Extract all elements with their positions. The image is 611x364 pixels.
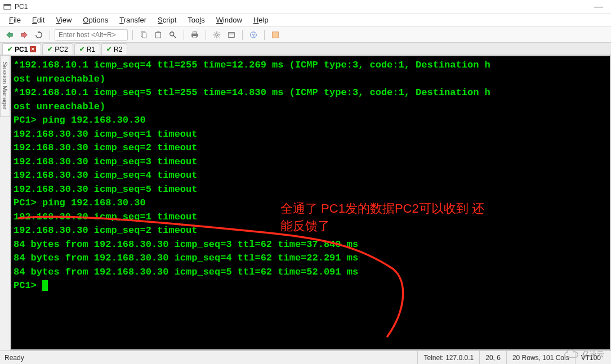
- tab-label: PC1: [15, 46, 28, 53]
- print-button[interactable]: [189, 29, 201, 41]
- menu-file[interactable]: File: [5, 15, 25, 25]
- status-connection: Telnet: 127.0.0.1: [417, 351, 479, 364]
- terminal-line: 192.168.30.30 icmp_seq=1 timeout: [14, 128, 608, 142]
- svg-rect-1: [4, 4, 11, 6]
- host-input[interactable]: [55, 29, 128, 41]
- session-manager-tab[interactable]: Session Manager: [0, 55, 10, 117]
- terminal-line: *192.168.10.1 icmp_seq=5 ttl=255 time=14…: [14, 86, 608, 100]
- terminal-line: 84 bytes from 192.168.30.30 icmp_seq=3 t…: [14, 238, 608, 252]
- tab-pc1[interactable]: ✔ PC1 ✕: [2, 43, 41, 55]
- check-icon: ✔: [79, 46, 84, 53]
- copy-button[interactable]: [137, 29, 150, 41]
- svg-line-17: [218, 36, 220, 37]
- check-icon: ✔: [106, 46, 112, 53]
- svg-rect-3: [142, 33, 146, 38]
- status-position: 20, 6: [479, 351, 506, 364]
- terminal-line: ost unreachable): [14, 100, 608, 114]
- menubar: File Edit View Options Transfer Script T…: [0, 14, 611, 27]
- terminal-line: 192.168.30.30 icmp_seq=3 timeout: [14, 155, 608, 169]
- menu-transfer[interactable]: Transfer: [115, 15, 151, 25]
- toolbar-separator: [264, 30, 265, 40]
- disconnect-button[interactable]: [18, 29, 30, 41]
- session-options-button[interactable]: [225, 29, 238, 41]
- cloud-icon: [563, 349, 579, 359]
- terminal-line: *192.168.10.1 icmp_seq=4 ttl=255 time=12…: [14, 59, 608, 73]
- terminal-line: PC1>: [14, 279, 608, 293]
- terminal-line: 192.168.30.30 icmp_seq=1 timeout: [14, 210, 608, 224]
- terminal-line: ost unreachable): [14, 73, 608, 87]
- minimize-button[interactable]: —: [590, 2, 608, 12]
- status-ready: Ready: [5, 354, 24, 362]
- find-button[interactable]: [167, 29, 179, 41]
- tab-r2[interactable]: ✔ R2: [101, 43, 127, 55]
- tab-label: R2: [114, 46, 122, 53]
- svg-line-18: [215, 36, 216, 37]
- help-button[interactable]: ?: [247, 29, 260, 41]
- statusbar: Ready Telnet: 127.0.0.1 20, 6 20 Rows, 1…: [0, 350, 611, 364]
- svg-line-19: [218, 32, 220, 33]
- terminal[interactable]: *192.168.10.1 icmp_seq=4 ttl=255 time=12…: [11, 56, 610, 349]
- svg-line-7: [173, 35, 176, 37]
- close-icon[interactable]: ✕: [30, 46, 36, 52]
- menu-help[interactable]: Help: [249, 15, 273, 25]
- toolbar-separator: [50, 30, 50, 40]
- svg-rect-10: [193, 35, 197, 38]
- svg-text:?: ?: [252, 32, 255, 37]
- tab-label: PC2: [55, 46, 68, 53]
- menu-options[interactable]: Options: [78, 15, 113, 25]
- svg-line-16: [215, 32, 216, 33]
- reconnect-button[interactable]: [33, 29, 45, 41]
- svg-rect-4: [156, 32, 161, 38]
- terminal-wrap: *192.168.10.1 icmp_seq=4 ttl=255 time=12…: [10, 55, 611, 350]
- svg-point-6: [170, 32, 174, 35]
- check-icon: ✔: [47, 46, 52, 53]
- tab-label: R1: [87, 46, 95, 53]
- svg-rect-24: [273, 32, 279, 38]
- terminal-line: PC1> ping 192.168.30.30: [14, 114, 608, 128]
- terminal-line: 84 bytes from 192.168.30.30 icmp_seq=5 t…: [14, 266, 608, 280]
- window-title: PC1: [15, 3, 590, 11]
- app-icon: [3, 3, 11, 11]
- toolbar-separator: [242, 30, 243, 40]
- svg-rect-5: [157, 31, 159, 33]
- tab-r1[interactable]: ✔ R1: [74, 43, 100, 55]
- terminal-line: PC1> ping 192.168.30.30: [14, 196, 608, 210]
- toolbar-separator: [132, 30, 133, 40]
- terminal-line: 192.168.30.30 icmp_seq=5 timeout: [14, 183, 608, 197]
- menu-edit[interactable]: Edit: [28, 15, 49, 25]
- extra-button[interactable]: [269, 29, 282, 41]
- cursor: [42, 280, 48, 291]
- paste-button[interactable]: [152, 29, 164, 41]
- menu-tools[interactable]: Tools: [183, 15, 209, 25]
- check-icon: ✔: [7, 46, 12, 53]
- toolbar-separator: [206, 30, 206, 40]
- svg-rect-20: [229, 32, 235, 37]
- toolbar-separator: [184, 30, 184, 40]
- svg-point-11: [216, 33, 218, 35]
- terminal-line: 192.168.30.30 icmp_seq=2 timeout: [14, 224, 608, 238]
- svg-rect-8: [193, 32, 197, 34]
- connect-button[interactable]: [3, 29, 16, 41]
- settings-button[interactable]: [211, 29, 223, 41]
- titlebar: PC1 —: [0, 0, 611, 14]
- terminal-line: 192.168.30.30 icmp_seq=4 timeout: [14, 169, 608, 183]
- terminal-line: 84 bytes from 192.168.30.30 icmp_seq=4 t…: [14, 251, 608, 266]
- menu-script[interactable]: Script: [153, 15, 181, 25]
- tab-pc2[interactable]: ✔ PC2: [42, 43, 73, 55]
- menu-view[interactable]: View: [51, 15, 76, 25]
- watermark: 亿速云: [563, 349, 604, 359]
- toolbar: ?: [0, 27, 611, 43]
- menu-window[interactable]: Window: [212, 15, 247, 25]
- terminal-line: 192.168.30.30 icmp_seq=2 timeout: [14, 141, 608, 155]
- tabbar: ✔ PC1 ✕ ✔ PC2 ✔ R1 ✔ R2: [0, 43, 611, 55]
- watermark-text: 亿速云: [582, 349, 604, 359]
